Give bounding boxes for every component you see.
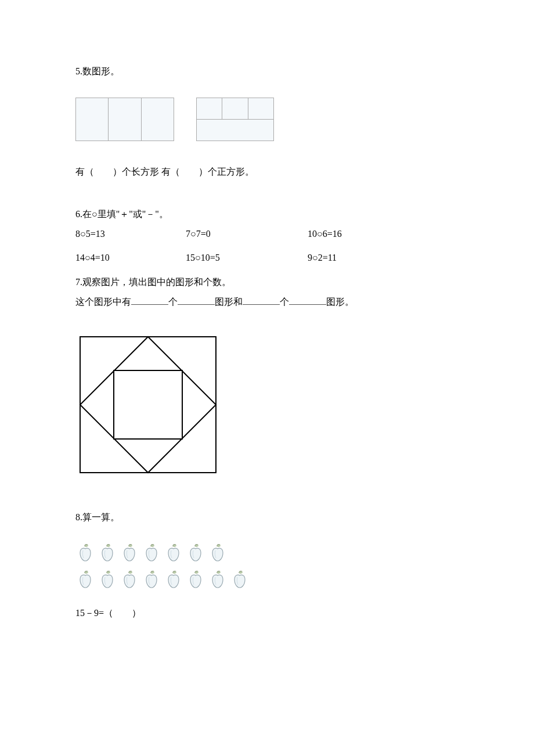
q5-title: 5.数图形。	[75, 64, 459, 79]
q8-apples-row-1	[75, 543, 459, 563]
apple-icon	[120, 543, 139, 563]
eq: 10○6=16	[308, 226, 342, 242]
q5-figure-1	[75, 98, 174, 141]
apple-icon	[75, 543, 95, 563]
cell	[109, 98, 141, 141]
text: 个	[280, 297, 289, 307]
q7-figure	[75, 332, 459, 482]
apple-icon	[142, 543, 161, 563]
apple-icon	[208, 543, 228, 563]
apple-icon	[186, 543, 205, 563]
eq: 9○2=11	[308, 250, 337, 265]
text: 图形和	[215, 297, 243, 307]
q5-answer: 有（ ）个长方形 有（ ）个正方形。	[75, 164, 459, 179]
text: 这个图形中有	[75, 297, 131, 307]
apple-icon	[142, 570, 161, 589]
apple-icon	[98, 543, 117, 563]
blank-field[interactable]	[289, 296, 326, 305]
apple-icon	[75, 570, 95, 589]
eq: 7○7=0	[186, 226, 308, 242]
svg-rect-0	[80, 337, 216, 473]
q8-title: 8.算一算。	[75, 510, 459, 525]
apple-icon	[98, 570, 117, 589]
q5-figures	[75, 98, 459, 141]
blank-field[interactable]	[178, 296, 215, 305]
text: 图形。	[326, 297, 354, 307]
q5-figure-2	[196, 98, 274, 141]
eq: 8○5=13	[75, 226, 186, 242]
apple-icon	[230, 570, 250, 589]
apple-icon	[186, 570, 205, 589]
cell	[248, 98, 273, 119]
apple-icon	[164, 570, 183, 589]
eq: 14○4=10	[75, 250, 186, 265]
svg-marker-1	[80, 337, 216, 473]
svg-rect-2	[114, 370, 182, 439]
cell	[76, 98, 109, 141]
apple-icon	[120, 570, 139, 589]
apple-icon	[208, 570, 228, 589]
cell	[142, 98, 174, 141]
text: 个	[168, 297, 178, 307]
blank-field[interactable]	[243, 296, 280, 305]
cell	[197, 120, 273, 141]
apple-icon	[164, 543, 183, 563]
q8-apples-row-2	[75, 570, 459, 589]
blank-field[interactable]	[131, 296, 168, 305]
q7-fill: 这个图形中有个图形和个图形。	[75, 294, 459, 309]
q8-equation: 15－9=（ ）	[75, 606, 459, 621]
q6-row-2: 14○4=10 15○10=5 9○2=11	[75, 250, 459, 265]
cell	[197, 98, 222, 119]
q6-title: 6.在○里填"＋"或"－"。	[75, 207, 459, 222]
eq: 15○10=5	[186, 250, 308, 265]
cell	[222, 98, 248, 119]
q6-row-1: 8○5=13 7○7=0 10○6=16	[75, 226, 459, 242]
q7-title: 7.观察图片，填出图中的图形和个数。	[75, 275, 459, 290]
